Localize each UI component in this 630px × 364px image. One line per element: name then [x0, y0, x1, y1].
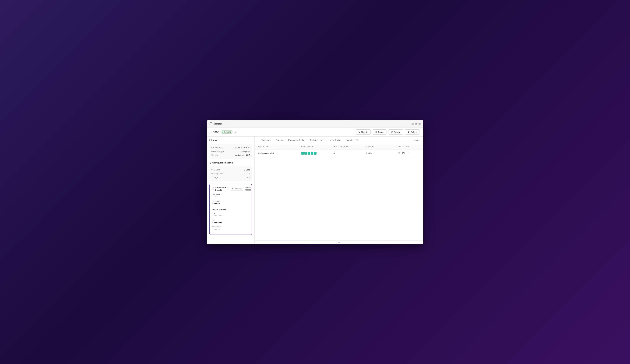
svg-point-8 — [214, 188, 214, 188]
table-area: POD NAME CONTAINERS RESTART COUNT RUNTIM… — [254, 144, 423, 240]
tab-backup-history[interactable]: Backup History — [307, 137, 326, 144]
tab-import-via-file[interactable]: Import via File — [344, 137, 362, 144]
operations-cell — [398, 152, 420, 155]
container-dots — [301, 152, 334, 155]
status-badge: Running — [220, 130, 233, 134]
container-dot-5 — [314, 152, 316, 155]
status-dot — [222, 131, 224, 133]
username-field: username •••••••••• — [212, 193, 249, 198]
delete-label: Delete — [411, 131, 417, 133]
main-content: Monitoring Pod List Parameter Config Bac… — [254, 137, 423, 244]
private-address-label: Private Address — [212, 208, 249, 211]
container-dot-2 — [304, 152, 307, 155]
update-label: Update — [361, 131, 368, 133]
connection-details-box: Connection Details — [210, 184, 252, 235]
delete-button[interactable]: 🗑 Delete — [405, 129, 420, 134]
svg-point-9 — [214, 189, 214, 189]
tabs-bar: Monitoring Pod List Parameter Config Bac… — [254, 137, 423, 144]
svg-rect-0 — [210, 123, 212, 124]
header-actions: ↻ Update ⏸ Pause ↺ Restart 🗑 Delete — [356, 129, 419, 134]
restart-label: Restart — [394, 131, 400, 133]
database-type-value: postgresql — [241, 150, 250, 152]
svg-line-10 — [213, 188, 214, 188]
config-icon: ⚙ — [210, 162, 212, 164]
table-header: POD NAME CONTAINERS RESTART COUNT RUNTIM… — [254, 144, 423, 149]
connection-controls: connect Internet Access — [226, 187, 254, 191]
creation-time-value: 2024/09/30 18:10 — [235, 146, 250, 149]
password-value: •••••••••• — [212, 203, 249, 205]
update-button[interactable]: ↻ Update — [356, 129, 370, 134]
svg-point-2 — [210, 124, 210, 124]
svg-line-11 — [213, 189, 214, 189]
pod-name-cell: test-postgresql-0 — [258, 152, 302, 154]
database-name: test — [214, 130, 219, 134]
pause-label: Pause — [378, 131, 384, 133]
tab-monitoring[interactable]: Monitoring — [258, 137, 273, 144]
containers-cell — [301, 152, 334, 155]
restart-icon: ↺ — [391, 131, 393, 133]
scroll-up-button[interactable] — [254, 240, 423, 244]
container-dot-4 — [311, 152, 313, 155]
status-text: Running — [224, 131, 232, 133]
titlebar-title: Database — [214, 123, 222, 125]
host-value: •••••••••••• — [212, 215, 249, 217]
items-count: 1 Items — [413, 139, 420, 142]
restart-button[interactable]: ↺ Restart — [388, 129, 403, 134]
svg-rect-13 — [232, 188, 234, 189]
col-operation: OPERATION — [398, 146, 420, 148]
tab-pod-list[interactable]: Pod List — [273, 137, 286, 144]
creation-time-label: Creation Time — [211, 146, 223, 149]
runtime-cell: 1m31s — [366, 152, 398, 154]
connection-label: connection — [212, 226, 249, 228]
connection-title-text: Connection Details — [215, 186, 226, 191]
connect-button[interactable]: connect — [230, 187, 243, 191]
connection-value: •••••••••• — [212, 228, 249, 230]
svg-rect-22 — [403, 153, 404, 154]
restart-count-cell: 0 — [334, 152, 366, 154]
basic-info-card: Creation Time 2024/09/30 18:10 DataBase … — [210, 144, 252, 159]
storage-label: Storage — [211, 176, 218, 179]
memory-limit-label: Memory Limit — [211, 173, 223, 175]
minimize-button[interactable]: ─ — [412, 123, 414, 125]
password-label: password — [212, 200, 249, 202]
pause-button[interactable]: ⏸ Pause — [372, 129, 387, 134]
container-dot-1 — [301, 152, 304, 155]
basic-section-title: Basic — [212, 139, 218, 142]
list-op-button[interactable] — [398, 152, 400, 155]
cpu-limit-value: 1 Core — [244, 169, 250, 171]
eye-off-icon[interactable] — [226, 187, 229, 191]
table-row: test-postgresql-0 0 1m31s — [254, 149, 423, 157]
connection-icon — [212, 187, 214, 190]
db-titlebar-icon — [210, 122, 212, 125]
host-field: host •••••••••••• — [212, 212, 249, 217]
version-label: Version — [211, 154, 218, 156]
pause-icon: ⏸ — [375, 131, 377, 133]
col-pod-name: POD NAME — [258, 146, 302, 148]
refresh-op-button[interactable] — [406, 152, 409, 155]
delete-icon: 🗑 — [408, 131, 410, 133]
tab-import-online[interactable]: Import Online — [326, 137, 344, 144]
connection-string-field: connection •••••••••• — [212, 226, 249, 230]
database-type-label: DataBase Type — [211, 150, 224, 152]
storage-value: 3Gi — [247, 176, 250, 179]
col-containers: CONTAINERS — [301, 146, 334, 148]
back-button[interactable]: ‹ — [211, 131, 212, 133]
col-restart-count: RESTART COUNT — [334, 146, 366, 148]
container-dot-3 — [308, 152, 310, 155]
save-op-button[interactable] — [402, 152, 405, 155]
maximize-button[interactable]: □ — [415, 123, 417, 125]
close-button[interactable]: ✕ — [418, 123, 421, 125]
update-icon: ↻ — [358, 131, 360, 133]
memory-limit-value: 1 Gi — [246, 173, 250, 175]
port-label: port — [212, 219, 249, 221]
sidebar: Basic Creation Time 2024/09/30 18:10 Dat… — [207, 137, 254, 244]
basic-icon — [210, 139, 212, 142]
tabs: Monitoring Pod List Parameter Config Bac… — [258, 137, 362, 144]
cpu-limit-label: CPU Limit — [211, 169, 220, 171]
tab-parameter-config[interactable]: Parameter Config — [286, 137, 307, 144]
username-value: •••••••••• — [212, 196, 249, 198]
port-value: •••••••••••• — [212, 222, 249, 224]
config-section-title: Configuration Details — [212, 162, 233, 164]
connect-icon — [232, 187, 234, 190]
sync-icon[interactable]: ⇄ — [235, 131, 236, 133]
